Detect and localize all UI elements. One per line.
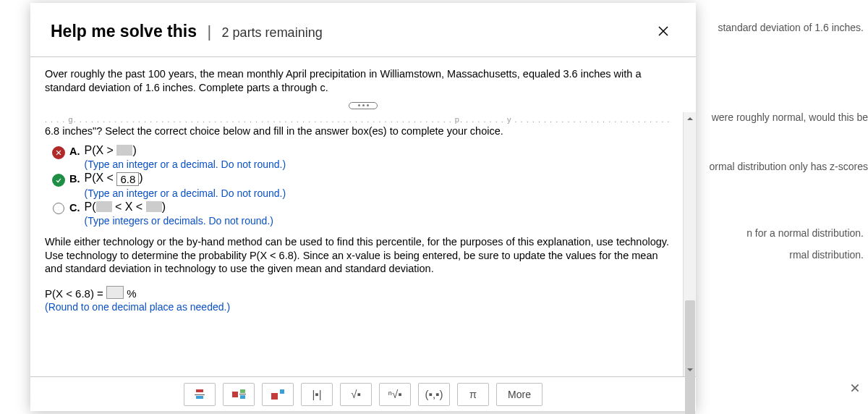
more-label: More	[508, 389, 531, 400]
mixed-number-button[interactable]	[223, 383, 255, 406]
backdrop-text: ormal distribution only has z-scores	[710, 161, 868, 172]
expr-text: )	[132, 144, 136, 156]
math-toolbar: |▪| √▪ ⁿ√▪ (▪,▪) π More	[30, 376, 696, 411]
exponent-icon	[271, 389, 284, 400]
section-divider[interactable]	[30, 102, 696, 109]
more-button[interactable]: More	[496, 383, 542, 406]
nth-root-icon: ⁿ√▪	[388, 388, 401, 400]
choice-b-letter: B.	[69, 173, 80, 185]
ellipsis-icon	[349, 102, 378, 109]
choice-list: A. P(X > ) (Type an integer or a decimal…	[45, 144, 673, 227]
choice-c-row: C. P( < X < ) (Type integers or decimals…	[51, 200, 673, 227]
parts-remaining: 2 parts remaining	[222, 25, 323, 40]
expr-text: )	[139, 172, 142, 184]
choice-a-content: P(X > ) (Type an integer or a decimal. D…	[85, 144, 286, 170]
expr-text: P(X >	[85, 144, 117, 156]
choice-b-expression: P(X < 6.8)	[85, 172, 143, 184]
close-button[interactable]	[651, 19, 676, 43]
vertical-scrollbar[interactable]	[683, 112, 696, 376]
scroll-down-button[interactable]	[684, 363, 697, 376]
equation-hint: (Round to one decimal place as needed.)	[45, 301, 673, 313]
choice-c-content: P( < X < ) (Type integers or decimals. D…	[85, 200, 273, 227]
explanation-paragraph: While either technology or the by-hand m…	[45, 235, 673, 276]
correct-icon	[52, 174, 65, 187]
question-prompt: 6.8 inches"? Select the correct choice b…	[45, 125, 673, 137]
square-root-button[interactable]: √▪	[340, 383, 372, 406]
absolute-value-button[interactable]: |▪|	[301, 383, 333, 406]
radio-unselected[interactable]	[53, 203, 64, 214]
title-separator: |	[207, 22, 211, 41]
backdrop-close-icon[interactable]	[849, 382, 861, 414]
choice-a-row: A. P(X > ) (Type an integer or a decimal…	[51, 144, 673, 170]
incorrect-icon	[52, 146, 65, 159]
absolute-value-icon: |▪|	[312, 388, 321, 400]
choice-b-radio[interactable]	[51, 172, 67, 187]
choice-c-hint: (Type integers or decimals. Do not round…	[85, 215, 273, 227]
equation-row: P(X < 6.8) = %	[45, 286, 673, 300]
pi-button[interactable]: π	[457, 383, 489, 406]
fraction-button[interactable]	[184, 383, 216, 406]
choice-b-row: B. P(X < 6.8) (Type an integer or a deci…	[51, 172, 673, 199]
backdrop-text: n for a normal distribution.	[746, 227, 864, 239]
scroll-content: . . . . g. . . . . . . . . . . . . . . .…	[30, 112, 683, 376]
choice-c-radio[interactable]	[51, 200, 67, 214]
backdrop-text: were roughly normal, would this be	[712, 111, 868, 123]
backdrop-text: standard deviation of 1.6 inches.	[718, 22, 864, 33]
answer-input-b[interactable]: 6.8	[116, 172, 139, 186]
modal-title-row: Help me solve this | 2 parts remaining	[51, 22, 323, 41]
choice-c-expression: P( < X < )	[85, 200, 166, 213]
help-me-solve-modal: Help me solve this | 2 parts remaining O…	[30, 3, 696, 411]
choice-c-letter: C.	[69, 202, 80, 214]
interval-button[interactable]: (▪,▪)	[418, 383, 450, 406]
square-root-icon: √▪	[351, 388, 361, 400]
choice-a-expression: P(X > )	[85, 144, 137, 156]
answer-input-percent[interactable]	[106, 286, 124, 299]
pi-icon: π	[469, 388, 477, 400]
modal-body: . . . . g. . . . . . . . . . . . . . . .…	[30, 112, 696, 376]
expr-text: P(X <	[85, 172, 117, 184]
backdrop-text: rmal distribution.	[789, 249, 864, 261]
expr-text: P(	[85, 200, 96, 213]
problem-statement: Over roughly the past 100 years, the mea…	[30, 57, 696, 95]
fraction-icon	[195, 389, 205, 399]
choice-a-letter: A.	[69, 145, 80, 157]
nth-root-button[interactable]: ⁿ√▪	[379, 383, 411, 406]
choice-b-hint: (Type an integer or a decimal. Do not ro…	[85, 187, 286, 199]
expr-text: < X <	[112, 200, 146, 213]
choice-a-hint: (Type an integer or a decimal. Do not ro…	[85, 159, 286, 170]
modal-header: Help me solve this | 2 parts remaining	[30, 3, 696, 57]
truncated-previous-line: . . . . g. . . . . . . . . . . . . . . .…	[45, 115, 673, 124]
exponent-button[interactable]	[262, 383, 294, 406]
choice-a-radio[interactable]	[51, 144, 67, 159]
equation-right: %	[127, 287, 136, 300]
equation-left: P(X < 6.8) =	[45, 287, 106, 300]
answer-input-a[interactable]	[116, 145, 132, 156]
expr-text: )	[162, 200, 166, 213]
modal-title: Help me solve this	[51, 22, 197, 41]
answer-input-c1[interactable]	[96, 201, 112, 212]
answer-input-c2[interactable]	[146, 201, 162, 212]
close-icon	[657, 25, 670, 38]
choice-b-content: P(X < 6.8) (Type an integer or a decimal…	[85, 172, 286, 199]
interval-icon: (▪,▪)	[425, 388, 443, 400]
scroll-up-button[interactable]	[684, 112, 697, 125]
mixed-number-icon	[232, 389, 246, 399]
scroll-thumb[interactable]	[685, 300, 695, 414]
